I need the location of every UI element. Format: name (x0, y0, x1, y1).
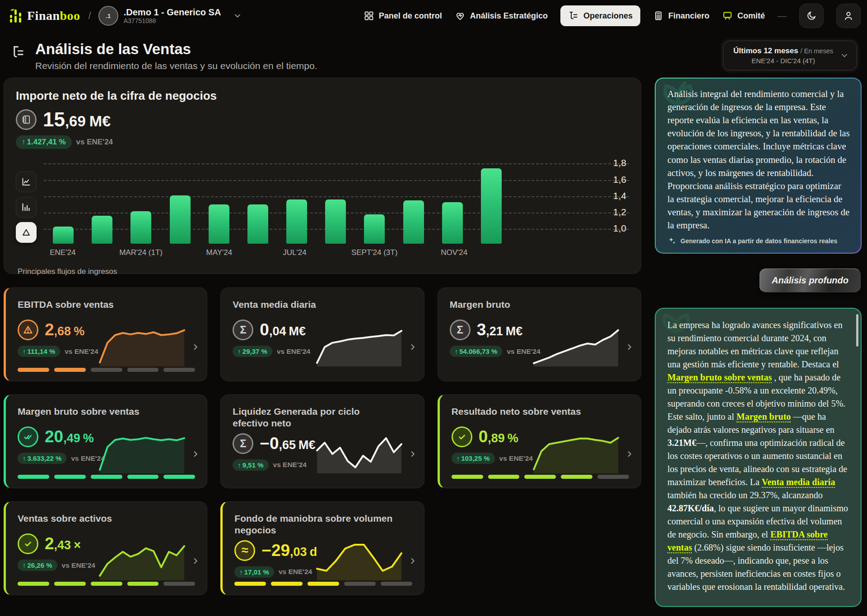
nav-item-label: Operaciones (583, 11, 633, 21)
bar-MAY'24[interactable] (209, 204, 229, 244)
scrollbar-thumb[interactable] (856, 314, 858, 347)
delta-badge: ↑1.427,41 % (16, 135, 72, 149)
kpi-card-fondo-de-maniobra-sobre-volumen-negocios[interactable]: Fondo de maniobra sobre volumen negocios… (220, 501, 424, 595)
chevron-right-icon[interactable] (408, 556, 418, 566)
chevron-right-icon[interactable] (191, 449, 200, 459)
progress-segment (234, 582, 266, 586)
bar-SEP'24[interactable] (364, 214, 385, 244)
line-chart-toggle[interactable] (16, 171, 37, 192)
bar-slot (161, 157, 200, 244)
arrow-up-icon: ↑ (23, 347, 26, 355)
company-id: A37751088 (124, 17, 221, 24)
kpi-card-ventas-sobre-activos[interactable]: Ventas sobre activos2,43×↑26,26 %vs ENE'… (4, 501, 207, 595)
progress-segment (381, 582, 412, 586)
chart-type-toggles (16, 157, 37, 257)
x-axis-tick-label: ENE'24 (44, 248, 82, 257)
kpi-value: 2,43× (45, 534, 81, 553)
page-subtitle: Revisión del rendimiento de las ventas y… (35, 60, 317, 71)
theme-toggle-button[interactable] (799, 4, 824, 28)
progress-segment (91, 368, 122, 372)
kpi-grid: EBITDA sobre ventas2,68%↑111,14 %vs ENE'… (4, 287, 641, 595)
bar-JUN'24[interactable] (247, 204, 268, 244)
ai-summary-panel-border: Análisis integral del rendimiento comerc… (655, 78, 862, 254)
bar-NOV'24[interactable] (442, 202, 463, 244)
bar-DIC'24[interactable] (481, 168, 502, 244)
bar-MAR'24[interactable] (131, 211, 151, 244)
ledger-icon (16, 109, 37, 130)
x-axis-tick-label: MAR'24 (1T) (119, 248, 163, 257)
chevron-right-icon[interactable] (625, 449, 634, 459)
nav-item-financiero[interactable]: Financiero (653, 10, 709, 21)
kpi-value: 20,49% (45, 427, 94, 446)
progress-segment (91, 582, 122, 586)
progress-segment (163, 368, 195, 372)
bar-slot (277, 157, 316, 244)
nav-item-operaciones[interactable]: Operaciones (560, 5, 640, 26)
progress-segment (18, 368, 49, 372)
metric-highlight: 42.87K€/día (667, 503, 714, 513)
ai-generated-note: Generado con IA a partir de datos financ… (667, 236, 850, 245)
kpi-progress-segments (18, 475, 195, 479)
user-menu-button[interactable] (836, 4, 861, 28)
chevron-right-icon[interactable] (191, 556, 200, 566)
company-name: .Demo 1 - Generico SA (124, 7, 221, 17)
kpi-title: Venta media diaria (233, 299, 395, 310)
chevron-right-icon[interactable] (408, 342, 418, 352)
kpi-title: Margen bruto sobre ventas (18, 406, 180, 417)
metric-link[interactable]: Venta media diaria (762, 477, 835, 488)
x-axis-tick-label (397, 248, 435, 257)
bars-row (44, 157, 511, 244)
progress-segment (271, 582, 303, 586)
kpi-progress-segments (234, 582, 412, 586)
bar-OCT'24[interactable] (403, 200, 424, 244)
kpi-value: 2,68% (45, 320, 84, 339)
kpi-title: EBITDA sobre ventas (18, 299, 180, 310)
progress-segment (54, 368, 86, 372)
bar-ENE'24[interactable] (53, 227, 74, 244)
bar-chart-plot: 1,81,61,41,21,0 (44, 157, 629, 244)
kpi-card-margen-bruto[interactable]: Margen brutoΣ3,21M€↑54.066,73 %vs ENE'24 (438, 287, 641, 381)
arrow-up-icon: ↑ (22, 138, 26, 147)
chevron-right-icon[interactable] (625, 342, 634, 352)
arrow-up-icon: ↑ (239, 568, 243, 576)
triangle-icon (21, 227, 32, 238)
arrow-up-icon: ↑ (455, 347, 458, 355)
kpi-card-liquidez-generada-por-ciclo-efectivo-neto[interactable]: Liquidez Generada por ciclo efectivo net… (220, 394, 424, 488)
kpi-card-margen-bruto-sobre-ventas[interactable]: Margen bruto sobre ventas20,49%↑3.633,22… (4, 394, 207, 488)
chevron-right-icon[interactable] (191, 342, 200, 352)
x-axis-tick-label (313, 248, 351, 257)
deep-analysis-button[interactable]: Análisis profundo (760, 269, 861, 292)
nav-item-an-lisis-estrat-gico[interactable]: Análisis Estratégico (455, 10, 548, 21)
y-axis-tick-label: 1,6 (613, 174, 626, 185)
nav-item-label: Análisis Estratégico (470, 11, 548, 21)
bar-slot (433, 157, 472, 244)
brand-logo[interactable]: Finanboo (9, 9, 80, 23)
kpi-card-ebitda-sobre-ventas[interactable]: EBITDA sobre ventas2,68%↑111,14 %vs ENE'… (4, 287, 207, 381)
kpi-title: Ventas sobre activos (18, 513, 180, 524)
y-axis-tick-label: 1,4 (613, 190, 626, 201)
chart-card-title: Importe neto de la cifra de negocios (16, 89, 629, 103)
chevron-right-icon[interactable] (408, 449, 418, 459)
delta-chart-toggle[interactable] (16, 222, 37, 243)
metric-link[interactable]: Margen bruto (736, 412, 791, 422)
bar-JUL'24[interactable] (286, 199, 307, 244)
company-selector[interactable]: .1 .Demo 1 - Generico SA A37751088 (98, 6, 243, 26)
nav-item-comit-[interactable]: Comité (722, 10, 765, 21)
calculator-icon (653, 10, 664, 21)
kpi-value: −0,65M€ (260, 434, 315, 453)
y-axis-tick-label: 1,0 (613, 223, 626, 234)
bar-AGO'24[interactable] (325, 199, 346, 244)
bar-FEB'24[interactable] (92, 216, 112, 244)
progress-segment (597, 475, 629, 479)
nav-item-panel-de-control[interactable]: Panel de control (364, 10, 442, 21)
kpi-value: 0,89% (479, 427, 518, 446)
kpi-card-venta-media-diaria[interactable]: Venta media diariaΣ0,04M€↑29,37 %vs ENE'… (220, 287, 424, 381)
period-selector[interactable]: Últimos 12 meses / En meses ENE'24 - DIC… (723, 41, 857, 70)
x-axis-tick-label (163, 248, 200, 257)
bar-ABR'24[interactable] (170, 195, 191, 244)
detail-text-segment: también ha crecido un 29.37%, alcanzando (667, 490, 823, 500)
kpi-card-resultado-neto-sobre-ventas[interactable]: Resultado neto sobre ventas0,89%↑103,25 … (438, 394, 641, 488)
bar-chart-toggle[interactable] (16, 197, 37, 218)
metric-link[interactable]: Margen bruto sobre ventas (667, 372, 772, 383)
kpi-delta-badge: ↑3.633,22 % (18, 453, 66, 464)
